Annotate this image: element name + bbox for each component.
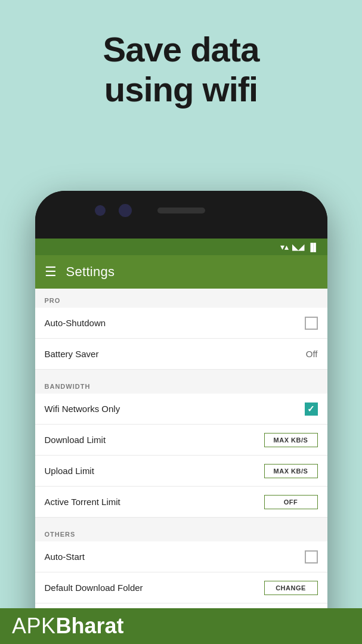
active-torrent-label: Active Torrent Limit <box>45 497 120 507</box>
change-folder-button[interactable]: CHANGE <box>264 581 318 595</box>
phone-top-bar <box>35 191 327 239</box>
download-limit-label: Download Limit <box>45 435 106 445</box>
section-header-bandwidth: BANDWIDTH <box>35 374 327 394</box>
phone-speaker <box>157 208 205 213</box>
wifi-networks-checkbox[interactable] <box>305 402 318 416</box>
apk-label: APK <box>12 614 56 639</box>
camera-right <box>119 204 132 217</box>
apk-footer: APK Bharat <box>0 608 362 644</box>
divider <box>35 518 327 522</box>
auto-shutdown-checkbox[interactable] <box>305 317 318 330</box>
camera-left <box>95 205 106 216</box>
app-bar: ☰ Settings <box>35 255 327 289</box>
list-item: Battery Saver Off <box>35 339 327 370</box>
battery-saver-value: Off <box>306 349 318 359</box>
list-item: Wifi Networks Only <box>35 394 327 425</box>
header-text: Save data using wifi <box>0 30 362 109</box>
header-line1: Save data <box>103 30 259 69</box>
status-bar: ▾▴ ◣◢ ▐▌ <box>35 239 327 255</box>
list-item: Default Download Folder CHANGE <box>35 572 327 603</box>
list-item: Auto-Start <box>35 541 327 572</box>
active-torrent-button[interactable]: OFF <box>264 495 318 509</box>
auto-start-label: Auto-Start <box>45 552 85 562</box>
download-limit-button[interactable]: MAX KB/S <box>264 433 318 447</box>
app-bar-title: Settings <box>66 264 115 280</box>
phone-frame: ▾▴ ◣◢ ▐▌ ☰ Settings PRO Auto-Shutdown Ba… <box>35 191 327 644</box>
wifi-networks-label: Wifi Networks Only <box>45 404 120 414</box>
auto-start-checkbox[interactable] <box>305 550 318 564</box>
menu-icon[interactable]: ☰ <box>45 264 57 280</box>
upload-limit-button[interactable]: MAX KB/S <box>264 464 318 478</box>
list-item: Upload Limit MAX KB/S <box>35 456 327 487</box>
divider <box>35 370 327 374</box>
signal-icon: ◣◢ <box>292 243 304 252</box>
settings-list: PRO Auto-Shutdown Battery Saver Off BAND… <box>35 289 327 644</box>
default-download-folder-label: Default Download Folder <box>45 583 143 593</box>
list-item: Active Torrent Limit OFF <box>35 487 327 518</box>
list-item: Download Limit MAX KB/S <box>35 425 327 456</box>
section-header-pro: PRO <box>35 289 327 308</box>
wifi-icon: ▾▴ <box>280 242 289 252</box>
battery-saver-label: Battery Saver <box>45 349 99 359</box>
upload-limit-label: Upload Limit <box>45 466 94 476</box>
bharat-label: Bharat <box>56 614 124 639</box>
header-line2: using wifi <box>104 70 258 109</box>
phone-screen: PRO Auto-Shutdown Battery Saver Off BAND… <box>35 289 327 644</box>
list-item: Auto-Shutdown <box>35 308 327 339</box>
auto-shutdown-label: Auto-Shutdown <box>45 318 106 328</box>
battery-icon: ▐▌ <box>308 243 318 252</box>
section-header-others: OTHERS <box>35 522 327 541</box>
